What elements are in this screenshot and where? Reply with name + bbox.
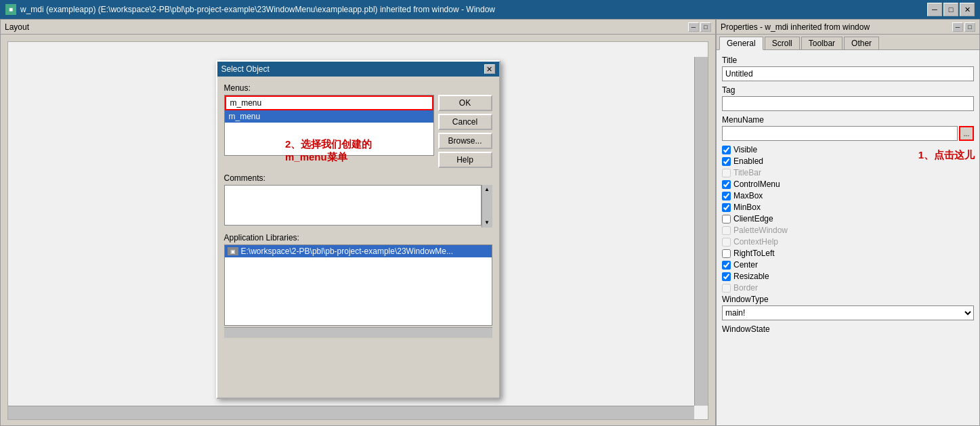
properties-panel: Properties - w_mdi inherited from window… bbox=[716, 19, 980, 426]
close-button[interactable]: ✕ bbox=[960, 3, 975, 16]
properties-tabs: General Scroll Toolbar Other bbox=[717, 35, 979, 50]
checkbox-palettewindow: PaletteWindow bbox=[722, 226, 974, 235]
tab-scroll[interactable]: Scroll bbox=[765, 37, 800, 49]
properties-minimize-button[interactable]: ─ bbox=[952, 22, 963, 32]
checkbox-enabled-label: Enabled bbox=[733, 156, 763, 166]
checkbox-center: Center bbox=[722, 260, 974, 270]
tab-other[interactable]: Other bbox=[844, 37, 879, 49]
checkbox-clientedge: ClientEdge bbox=[722, 214, 974, 223]
main-area: Layout ─ □ Select Object ✕ Menus: bbox=[0, 19, 980, 426]
checkbox-maxbox: MaxBox bbox=[722, 191, 974, 200]
checkbox-righttoleft-label: RightToLeft bbox=[733, 249, 775, 258]
checkbox-maxbox-label: MaxBox bbox=[733, 191, 763, 200]
checkbox-enabled: Enabled bbox=[722, 156, 974, 166]
checkbox-enabled-input[interactable] bbox=[722, 157, 731, 166]
menu-item-1[interactable]: m_menu bbox=[225, 110, 433, 123]
checkbox-controlmenu-label: ControlMenu bbox=[733, 179, 780, 189]
help-button[interactable]: Help bbox=[438, 152, 492, 168]
cancel-button[interactable]: Cancel bbox=[438, 114, 492, 130]
title-bar: ■ w_mdi (exampleapp) (E:\workspace\2-PB\… bbox=[0, 0, 980, 19]
comments-label: Comments: bbox=[224, 173, 492, 183]
checkbox-righttoleft: RightToLeft bbox=[722, 249, 974, 258]
checkbox-minbox-label: MinBox bbox=[733, 203, 761, 212]
checkbox-contexthelp: ContextHelp bbox=[722, 237, 974, 247]
checkbox-visible-label: Visible bbox=[733, 145, 757, 154]
checkbox-controlmenu-input[interactable] bbox=[722, 180, 731, 189]
app-lib-path: E:\workspace\2-PB\pbl\pb-project-example… bbox=[241, 247, 453, 256]
checkbox-center-input[interactable] bbox=[722, 261, 731, 270]
app-libs-horizontal-scrollbar[interactable] bbox=[224, 327, 492, 338]
title-bar-controls: ─ □ ✕ bbox=[927, 3, 975, 16]
properties-maximize-button[interactable]: □ bbox=[964, 22, 975, 32]
checkbox-minbox-input[interactable] bbox=[722, 203, 731, 212]
scroll-up-arrow[interactable]: ▲ bbox=[484, 185, 490, 194]
select-object-dialog: Select Object ✕ Menus: m_menu m_menu OK … bbox=[216, 60, 500, 399]
checkbox-resizable: Resizable bbox=[722, 272, 974, 281]
app-lib-item-0: ▣ E:\workspace\2-PB\pbl\pb-project-examp… bbox=[225, 245, 492, 257]
title-field-label: Title bbox=[722, 56, 974, 65]
checkbox-palettewindow-input bbox=[722, 226, 731, 235]
checkbox-maxbox-input[interactable] bbox=[722, 192, 731, 200]
app-icon: ■ bbox=[5, 4, 16, 15]
checkbox-visible: Visible bbox=[722, 145, 974, 154]
title-field-group: Title bbox=[722, 56, 974, 81]
layout-panel: Layout ─ □ Select Object ✕ Menus: bbox=[0, 19, 716, 426]
menu-item-0[interactable]: m_menu bbox=[225, 95, 433, 110]
checkbox-visible-input[interactable] bbox=[722, 146, 731, 154]
checkbox-border-input bbox=[722, 284, 731, 293]
tag-input[interactable] bbox=[722, 96, 974, 111]
properties-title-bar: Properties - w_mdi inherited from window… bbox=[717, 20, 979, 35]
windowstate-label: WindowState bbox=[722, 324, 974, 334]
title-bar-left: ■ w_mdi (exampleapp) (E:\workspace\2-PB\… bbox=[5, 4, 495, 15]
checkbox-titlebar: TitleBar bbox=[722, 168, 974, 177]
dialog-close-button[interactable]: ✕ bbox=[484, 64, 495, 74]
windowstate-field-group: WindowState bbox=[722, 324, 974, 334]
checkbox-titlebar-input bbox=[722, 169, 731, 177]
dialog-body: Menus: m_menu m_menu OK Cancel Browse...… bbox=[217, 77, 499, 345]
ok-button[interactable]: OK bbox=[438, 95, 492, 111]
dialog-overlay: Select Object ✕ Menus: m_menu m_menu OK … bbox=[1, 20, 715, 425]
comments-scrollbar[interactable]: ▲ ▼ bbox=[482, 185, 492, 228]
maximize-button[interactable]: □ bbox=[943, 3, 958, 16]
windowtype-select[interactable]: main! child! popup! response! bbox=[722, 305, 974, 320]
checkbox-center-label: Center bbox=[733, 260, 758, 270]
checkbox-righttoleft-input[interactable] bbox=[722, 249, 731, 258]
menus-section: m_menu m_menu OK Cancel Browse... Help bbox=[224, 95, 492, 168]
comments-textarea[interactable] bbox=[224, 185, 482, 226]
tab-general[interactable]: General bbox=[719, 37, 763, 50]
checkbox-contexthelp-input bbox=[722, 238, 731, 247]
app-libs-listbox[interactable]: ▣ E:\workspace\2-PB\pbl\pb-project-examp… bbox=[224, 244, 492, 326]
dialog-action-buttons: OK Cancel Browse... Help bbox=[438, 95, 492, 168]
checkbox-border: Border bbox=[722, 283, 974, 293]
checkbox-titlebar-label: TitleBar bbox=[733, 168, 761, 177]
menuname-input-group: ... bbox=[722, 126, 974, 141]
tag-field-label: Tag bbox=[722, 85, 974, 95]
checkbox-group: Visible Enabled TitleBar ControlMenu Max… bbox=[722, 145, 974, 293]
properties-panel-controls: ─ □ bbox=[952, 22, 975, 32]
menus-listbox[interactable]: m_menu m_menu bbox=[224, 95, 434, 156]
menuname-browse-button[interactable]: ... bbox=[959, 126, 974, 141]
minimize-button[interactable]: ─ bbox=[927, 3, 942, 16]
lib-icon: ▣ bbox=[228, 247, 238, 255]
checkbox-contexthelp-label: ContextHelp bbox=[733, 237, 778, 247]
title-input[interactable] bbox=[722, 66, 974, 81]
comments-wrapper: ▲ ▼ bbox=[224, 185, 492, 228]
properties-content: Title Tag MenuName ... 1、点击这儿 bbox=[717, 50, 979, 425]
checkbox-minbox: MinBox bbox=[722, 203, 974, 212]
tag-field-group: Tag bbox=[722, 85, 974, 111]
scroll-down-arrow[interactable]: ▼ bbox=[484, 218, 490, 228]
checkbox-resizable-input[interactable] bbox=[722, 272, 731, 281]
app-libs-label: Application Libraries: bbox=[224, 233, 492, 242]
checkbox-clientedge-input[interactable] bbox=[722, 215, 731, 223]
checkbox-clientedge-label: ClientEdge bbox=[733, 214, 773, 223]
menuname-field-label: MenuName bbox=[722, 115, 974, 125]
browse-button[interactable]: Browse... bbox=[438, 133, 492, 149]
checkbox-resizable-label: Resizable bbox=[733, 272, 769, 281]
tab-toolbar[interactable]: Toolbar bbox=[801, 37, 843, 49]
checkbox-controlmenu: ControlMenu bbox=[722, 179, 974, 189]
dialog-title-text: Select Object bbox=[221, 64, 270, 74]
menus-label: Menus: bbox=[224, 83, 492, 93]
windowtype-field-group: WindowType main! child! popup! response! bbox=[722, 295, 974, 320]
properties-title-text: Properties - w_mdi inherited from window bbox=[721, 22, 870, 32]
menuname-input[interactable] bbox=[722, 126, 958, 141]
